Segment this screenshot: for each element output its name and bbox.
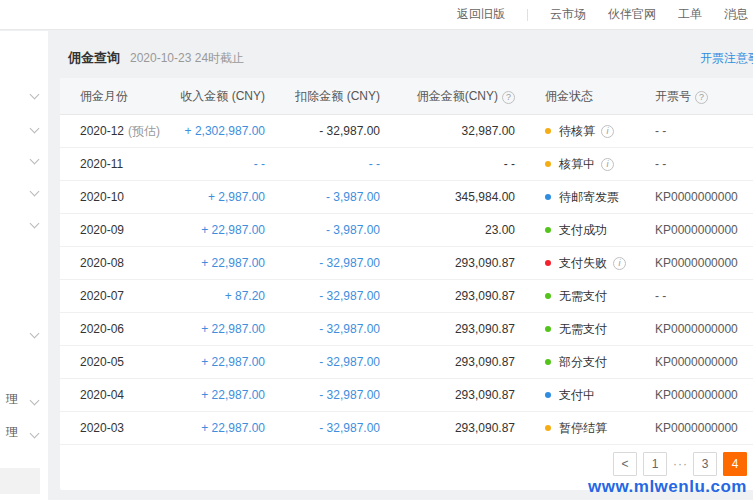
info-circle-icon[interactable] [613, 257, 626, 270]
chevron-down-icon[interactable] [30, 429, 40, 439]
income-amount-cell[interactable]: + 2,987.00 [165, 190, 265, 204]
income-amount-cell[interactable]: + 2,302,987.00 [165, 124, 265, 138]
chevron-down-icon[interactable] [30, 329, 40, 339]
status-label: 待核算 [559, 123, 595, 140]
invoice-number-cell: KP0000000000 [655, 223, 753, 237]
deduct-amount-cell[interactable]: - 3,987.00 [265, 190, 380, 204]
deduct-amount-cell[interactable]: - - [265, 157, 380, 171]
deduct-amount-cell[interactable]: - 32,987.00 [265, 289, 380, 303]
status-dot [545, 128, 551, 134]
deduct-amount-cell[interactable]: - 3,987.00 [265, 223, 380, 237]
income-amount-cell[interactable]: + 22,987.00 [165, 322, 265, 336]
commission-amount-cell: 23.00 [380, 223, 515, 237]
status-cell: 核算中 [515, 156, 655, 173]
invoice-number-cell: - - [655, 289, 753, 303]
table-row: 2020-05 + 22,987.00 - 32,987.00 293,090.… [60, 346, 753, 379]
sidebar-item-label[interactable]: 理 [6, 391, 18, 408]
chevron-down-icon[interactable] [30, 124, 40, 134]
info-circle-icon[interactable] [601, 158, 614, 171]
commission-month-cell: 2020-05 [60, 355, 165, 369]
chevron-down-icon[interactable] [30, 155, 40, 165]
table-row: 2020-03 + 22,987.00 - 32,987.00 293,090.… [60, 412, 753, 445]
commission-query-page: 返回旧版 云市场伙伴官网工单消息 理 理 佣金查询 2020-10-23 24时… [0, 0, 753, 500]
chevron-down-icon[interactable] [30, 396, 40, 406]
deduct-amount-cell[interactable]: - 32,987.00 [265, 256, 380, 270]
income-amount-cell[interactable]: + 22,987.00 [165, 256, 265, 270]
deduct-amount-cell[interactable]: - 32,987.00 [265, 421, 380, 435]
income-amount-cell[interactable]: + 87.20 [165, 289, 265, 303]
info-circle-icon[interactable] [601, 125, 614, 138]
deduct-amount-cell[interactable]: - 32,987.00 [265, 355, 380, 369]
sidebar-footer-box [0, 468, 40, 494]
invoice-number-cell: - - [655, 157, 753, 171]
invoice-number-cell: KP0000000000 [655, 355, 753, 369]
prev-page-button[interactable]: < [613, 452, 637, 476]
table-header-row: 佣金月份 收入金额 (CNY) 扣除金额 (CNY) 佣金金额(CNY) 佣金状… [60, 78, 753, 115]
deduct-amount-cell[interactable]: - 32,987.00 [265, 322, 380, 336]
chevron-down-icon[interactable] [30, 90, 40, 100]
table-row: 2020-10 + 2,987.00 - 3,987.00 345,984.00… [60, 181, 753, 214]
income-amount-cell[interactable]: + 22,987.00 [165, 388, 265, 402]
invoice-notice-link[interactable]: 开票注意事项 [700, 50, 753, 67]
back-to-old-version-link[interactable]: 返回旧版 [457, 6, 505, 23]
topnav-link-3[interactable]: 消息 [724, 6, 748, 23]
commission-month-cell: 2020-04 [60, 388, 165, 402]
income-amount-cell[interactable]: - - [165, 157, 265, 171]
status-cell: 无需支付 [515, 288, 655, 305]
page-button-1[interactable]: 1 [643, 452, 667, 476]
topnav-link-2[interactable]: 工单 [678, 6, 702, 23]
deduct-amount-cell: - 32,987.00 [265, 124, 380, 138]
status-cell: 待核算 [515, 123, 655, 140]
status-label: 核算中 [559, 156, 595, 173]
sidebar-item-label[interactable]: 理 [6, 424, 18, 441]
status-label: 无需支付 [559, 288, 607, 305]
commission-month-cell: 2020-10 [60, 190, 165, 204]
status-label: 支付失败 [559, 255, 607, 272]
commission-amount-cell: 345,984.00 [380, 190, 515, 204]
table-row: 2020-07 + 87.20 - 32,987.00 293,090.87 无… [60, 280, 753, 313]
page-title: 佣金查询 [68, 49, 120, 67]
income-amount-cell[interactable]: + 22,987.00 [165, 421, 265, 435]
topnav-links: 云市场伙伴官网工单消息 [528, 6, 748, 23]
column-header-amount: 佣金金额(CNY) [380, 88, 515, 105]
commission-month-cell: 2020-12(预估) [60, 123, 165, 140]
question-circle-icon[interactable] [502, 91, 515, 104]
status-dot [545, 227, 551, 233]
status-cell: 暂停结算 [515, 420, 655, 437]
chevron-down-icon[interactable] [30, 187, 40, 197]
page-header: 佣金查询 2020-10-23 24时截止 开票注意事项 [60, 38, 753, 78]
chevron-down-icon[interactable] [30, 219, 40, 229]
topnav-link-0[interactable]: 云市场 [550, 6, 586, 23]
commission-month-cell: 2020-08 [60, 256, 165, 270]
question-circle-icon[interactable] [695, 91, 708, 104]
sidebar: 理 理 [0, 31, 48, 500]
table-row: 2020-11 - - - - - - 核算中 - - [60, 148, 753, 181]
invoice-number-cell: KP0000000000 [655, 322, 753, 336]
income-amount-cell[interactable]: + 22,987.00 [165, 355, 265, 369]
status-dot [545, 326, 551, 332]
deadline-text: 2020-10-23 24时截止 [130, 50, 244, 67]
income-amount-cell[interactable]: + 22,987.00 [165, 223, 265, 237]
status-dot [545, 359, 551, 365]
page-button-4[interactable]: 4 [723, 452, 747, 476]
status-label: 无需支付 [559, 321, 607, 338]
watermark-text: www.mlwenlu.com [588, 477, 747, 497]
page-button-3[interactable]: 3 [693, 452, 717, 476]
commission-amount-cell: 293,090.87 [380, 421, 515, 435]
commission-month-cell: 2020-07 [60, 289, 165, 303]
status-dot [545, 425, 551, 431]
commission-month-cell: 2020-09 [60, 223, 165, 237]
pagination: < 1···345 [613, 452, 753, 476]
column-header-status: 佣金状态 [515, 88, 655, 105]
topnav-link-1[interactable]: 伙伴官网 [608, 6, 656, 23]
status-cell: 无需支付 [515, 321, 655, 338]
top-navbar: 返回旧版 云市场伙伴官网工单消息 [0, 0, 753, 30]
status-label: 待邮寄发票 [559, 189, 619, 206]
status-dot [545, 293, 551, 299]
column-header-income: 收入金额 (CNY) [165, 88, 265, 105]
status-dot [545, 392, 551, 398]
commission-amount-cell: 293,090.87 [380, 289, 515, 303]
deduct-amount-cell[interactable]: - 32,987.00 [265, 388, 380, 402]
invoice-number-cell: KP0000000000 [655, 190, 753, 204]
commission-month-cell: 2020-11 [60, 157, 165, 171]
